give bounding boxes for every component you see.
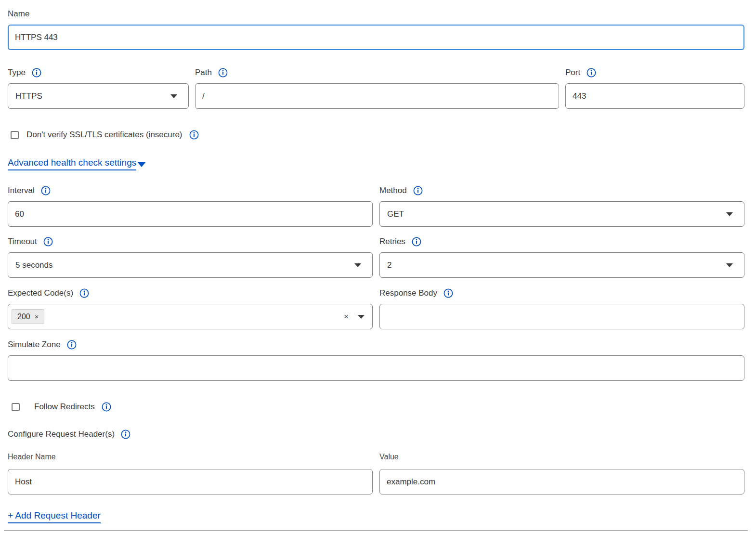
request-headers-heading: Configure Request Header(s) [8,429,115,440]
interval-label: Interval [8,185,35,196]
port-input[interactable] [565,83,744,109]
add-request-header-link[interactable]: + Add Request Header [8,510,101,523]
health-check-form: Name Type HTTPS Path [0,0,756,533]
follow-redirects-info-icon[interactable] [102,402,111,412]
timeout-label: Timeout [8,236,37,247]
add-request-header-label: + Add Request Header [8,510,101,523]
chevron-down-icon [354,263,361,267]
method-select[interactable]: GET [379,201,744,227]
interval-info-icon[interactable] [41,186,51,195]
request-header-row: Header Name Value [8,452,744,494]
header-value-input[interactable] [379,469,744,494]
chevron-down-icon [726,263,733,267]
path-label: Path [195,67,212,78]
interval-input[interactable] [8,201,373,227]
advanced-settings-toggle[interactable]: Advanced health check settings [8,157,146,170]
type-select[interactable]: HTTPS [8,83,189,109]
method-select-value: GET [387,209,404,219]
tag-remove-icon[interactable]: × [35,312,39,321]
header-name-label: Header Name [8,452,56,462]
path-info-icon[interactable] [218,68,228,78]
retries-select-value: 2 [387,260,391,270]
follow-redirects-checkbox[interactable] [12,403,20,411]
verify-ssl-label: Don't verify SSL/TLS certificates (insec… [26,130,182,140]
response-body-label: Response Body [379,288,437,299]
retries-select[interactable]: 2 [379,252,744,278]
method-label: Method [379,185,407,196]
expected-code-tag: 200 × [12,309,44,324]
type-label: Type [8,67,26,78]
name-input[interactable] [8,25,744,50]
type-select-value: HTTPS [15,91,42,101]
port-info-icon[interactable] [587,68,596,78]
section-divider [4,530,748,531]
name-label: Name [8,9,29,19]
timeout-select[interactable]: 5 seconds [8,252,373,278]
timeout-select-value: 5 seconds [15,260,53,270]
triangle-down-icon [137,162,146,167]
follow-redirects-label: Follow Redirects [34,402,95,412]
chevron-down-icon [726,212,733,216]
method-info-icon[interactable] [413,186,423,195]
expected-code-tag-value: 200 [17,312,30,321]
expected-codes-info-icon[interactable] [79,288,89,298]
simulate-zone-input[interactable] [8,355,744,381]
response-body-info-icon[interactable] [443,288,453,298]
request-headers-info-icon[interactable] [121,429,130,439]
chevron-down-icon[interactable] [358,315,365,319]
response-body-input[interactable] [379,304,744,329]
path-input[interactable] [195,83,559,109]
expected-codes-multiselect[interactable]: 200 × × [8,304,373,329]
retries-info-icon[interactable] [412,237,421,247]
port-label: Port [565,67,580,78]
advanced-settings-label: Advanced health check settings [8,157,136,170]
chevron-down-icon [170,94,177,98]
type-info-icon[interactable] [32,68,41,78]
header-name-input[interactable] [8,469,373,494]
expected-codes-label: Expected Code(s) [8,288,73,299]
verify-ssl-checkbox[interactable] [11,131,19,139]
simulate-zone-label: Simulate Zone [8,339,61,350]
retries-label: Retries [379,236,405,247]
simulate-zone-info-icon[interactable] [67,340,77,350]
timeout-info-icon[interactable] [43,237,53,247]
verify-ssl-info-icon[interactable] [189,130,199,140]
clear-selection-icon[interactable]: × [344,312,349,321]
header-value-label: Value [379,452,399,462]
